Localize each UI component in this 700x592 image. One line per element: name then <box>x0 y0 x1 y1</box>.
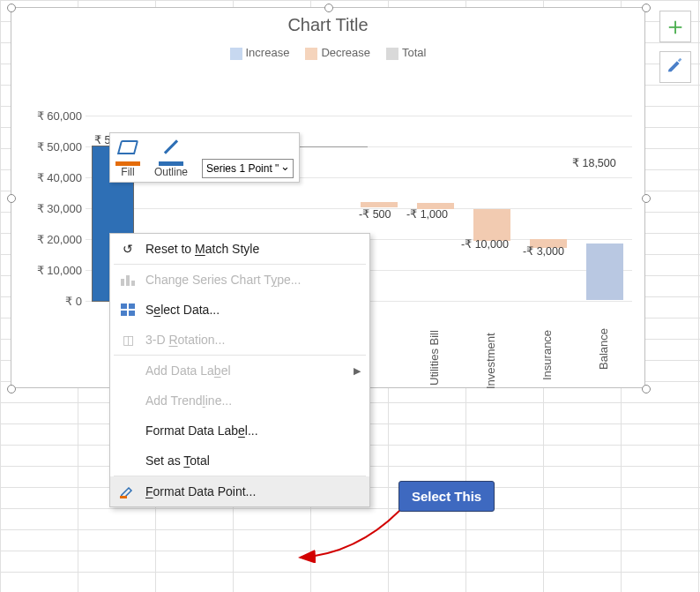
x-label-balance[interactable]: Balance <box>597 328 610 370</box>
svg-rect-6 <box>129 311 135 316</box>
legend-decrease[interactable]: Decrease <box>305 46 370 60</box>
format-icon <box>119 483 137 499</box>
rotation-icon: ◫ <box>119 332 137 348</box>
fill-button[interactable]: Fill <box>115 139 140 178</box>
data-label[interactable]: ₹ 18,500 <box>572 156 616 169</box>
svg-rect-0 <box>121 279 124 286</box>
x-label-insurance[interactable]: Insurance <box>540 330 554 380</box>
legend-total[interactable]: Total <box>386 46 426 60</box>
outline-button[interactable]: Outline <box>154 139 188 178</box>
mini-toolbar[interactable]: Fill Outline Series 1 Point " <box>109 132 300 183</box>
plus-icon: ＋ <box>663 10 688 43</box>
menu-format-data-label[interactable]: Format Data Label... <box>110 416 369 446</box>
menu-3d-rotation: ◫ 3-D Rotation... <box>110 325 369 355</box>
ytick: ₹ 0 <box>65 295 82 308</box>
x-label-investment[interactable]: Investment <box>484 333 497 389</box>
reset-icon: ↺ <box>119 241 137 257</box>
ytick: ₹ 50,000 <box>37 139 82 153</box>
chart-title[interactable]: Chart Title <box>11 15 644 35</box>
data-label[interactable]: -₹ 1,000 <box>406 207 448 221</box>
resize-handle[interactable] <box>642 385 651 393</box>
menu-set-as-total[interactable]: Set as Total <box>110 446 369 476</box>
svg-rect-1 <box>126 275 130 286</box>
submenu-arrow-icon: ▶ <box>354 365 361 377</box>
menu-add-data-label: Add Data Label ▶ <box>110 356 369 386</box>
chart-elements-button[interactable]: ＋ <box>659 11 691 42</box>
chart-type-icon <box>119 272 137 288</box>
ytick: ₹ 30,000 <box>37 202 82 215</box>
select-data-icon <box>119 302 137 318</box>
data-label[interactable]: -₹ 3,000 <box>523 244 564 258</box>
svg-rect-2 <box>131 281 135 286</box>
resize-handle[interactable] <box>642 194 651 203</box>
ytick: ₹ 60,000 <box>37 109 82 123</box>
series-selector[interactable]: Series 1 Point " <box>202 159 294 178</box>
ytick: ₹ 20,000 <box>37 232 82 245</box>
resize-handle[interactable] <box>642 4 651 12</box>
bar-balance[interactable] <box>586 244 623 300</box>
menu-format-data-point[interactable]: Format Data Point... <box>110 476 369 506</box>
svg-rect-4 <box>129 303 135 309</box>
menu-reset-match-style[interactable]: ↺ Reset to Match Style <box>110 234 369 264</box>
menu-add-trendline: Add Trendline... <box>110 386 369 416</box>
context-menu: ↺ Reset to Match Style Change Series Cha… <box>109 233 370 507</box>
ytick: ₹ 10,000 <box>37 263 82 276</box>
annotation-callout: Select This <box>398 481 495 512</box>
x-label-utilities[interactable]: Utilities Bill <box>428 330 441 386</box>
resize-handle[interactable] <box>324 4 333 12</box>
legend-increase[interactable]: Increase <box>230 46 290 60</box>
data-label[interactable]: -₹ 500 <box>359 207 391 221</box>
chart-legend[interactable]: Increase Decrease Total <box>11 46 644 60</box>
svg-rect-5 <box>121 311 127 316</box>
annotation-arrow <box>294 510 418 563</box>
bar-investment[interactable] <box>473 209 510 241</box>
resize-handle[interactable] <box>7 4 16 12</box>
resize-handle[interactable] <box>7 385 16 393</box>
brush-icon <box>666 55 685 79</box>
svg-rect-7 <box>120 496 127 498</box>
outline-label: Outline <box>154 166 188 178</box>
data-label[interactable]: -₹ 10,000 <box>461 237 509 251</box>
chart-styles-button[interactable] <box>659 51 691 83</box>
y-axis[interactable]: ₹ 60,000 ₹ 50,000 ₹ 40,000 ₹ 30,000 ₹ 20… <box>29 116 86 301</box>
menu-change-chart-type: Change Series Chart Type... <box>110 265 369 295</box>
ytick: ₹ 40,000 <box>37 170 82 184</box>
menu-select-data[interactable]: Select Data... <box>110 295 369 325</box>
svg-rect-3 <box>121 303 127 309</box>
resize-handle[interactable] <box>7 194 16 203</box>
fill-label: Fill <box>121 166 134 178</box>
